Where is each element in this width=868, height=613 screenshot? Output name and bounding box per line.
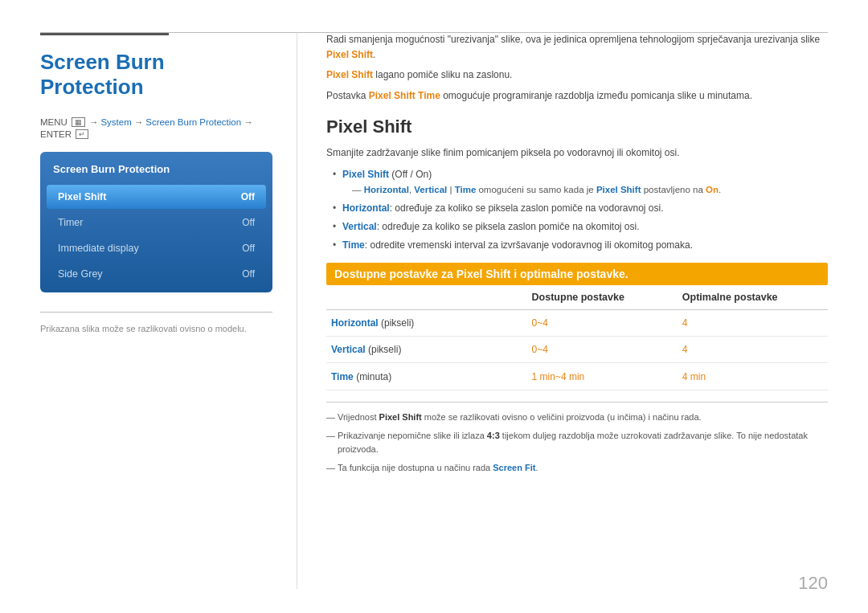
table-cell-label-2: Vertical (pikseli): [326, 337, 527, 363]
table-cell-opt-1: 4: [682, 317, 688, 329]
table-cell-optimalne-3: 4 min: [678, 363, 828, 390]
table-cell-optimalne-1: 4: [678, 310, 828, 337]
table-cell-dostupne-3: 1 min~4 min: [527, 363, 678, 390]
highlight-section-title: Dostupne postavke za Pixel Shift i optim…: [326, 263, 828, 285]
bullet-sub-horizontal: Horizontal: [364, 185, 409, 194]
left-footnote: Prikazana slika može se razlikovati ovis…: [40, 324, 272, 333]
bullet-sub-vertical: Vertical: [414, 185, 447, 194]
table-header-0: [326, 285, 527, 310]
table-cell-dostupne-2: 0~4: [527, 337, 678, 363]
nav-screen-burn: Screen Burn Protection: [145, 117, 241, 127]
menu-item-pixel-shift[interactable]: Pixel Shift Off: [47, 185, 266, 209]
left-divider: [40, 312, 272, 313]
menu-item-value: Off: [241, 191, 255, 202]
nav-arrow-3: →: [244, 117, 253, 127]
menu-box-title: Screen Burn Protection: [40, 160, 272, 183]
enter-icon: ↵: [76, 129, 88, 139]
page-container: Screen Burn Protection MENU ▦ → System →…: [0, 0, 868, 613]
menu-item-value: Off: [242, 243, 255, 254]
note-hl-1: Pixel Shift: [379, 412, 422, 422]
bullet-hl-2: Horizontal: [342, 202, 390, 214]
bullet-hl-4: Time: [342, 239, 365, 251]
bullet-sub-pixelshift: Pixel Shift: [596, 185, 641, 194]
bullet-item-3: Vertical: određuje za koliko se piksela …: [333, 219, 828, 235]
bullet-hl-3: Vertical: [342, 221, 377, 232]
menu-item-side-grey[interactable]: Side Grey Off: [47, 262, 266, 286]
table-cell-hl-3: Time: [331, 371, 354, 382]
right-panel: Radi smanjenja mogućnosti "urezivanja" s…: [297, 32, 828, 589]
bullet-list: Pixel Shift (Off / On) ― Horizontal, Ver…: [333, 167, 828, 253]
page-number: 120: [798, 573, 828, 594]
menu-item-label: Side Grey: [58, 268, 103, 280]
intro-hl-3: Pixel Shift Time: [369, 90, 440, 101]
note-hl-2: 4:3: [487, 431, 500, 440]
table-cell-opt-3: 4 min: [682, 371, 706, 382]
table-cell-optimalne-2: 4: [678, 337, 828, 363]
bullet-sub-1: ― Horizontal, Vertical | Time omogućeni …: [342, 182, 828, 197]
menu-item-label: Pixel Shift: [58, 191, 106, 202]
bullet-hl-1: Pixel Shift: [342, 169, 389, 180]
table-cell-val-3: 1 min~4 min: [532, 371, 585, 382]
left-panel: Screen Burn Protection MENU ▦ → System →…: [40, 32, 297, 589]
table-cell-val-2: 0~4: [532, 344, 548, 355]
nav-system: System: [100, 117, 131, 127]
data-table: Dostupne postavke Optimalne postavke Hor…: [326, 285, 828, 390]
table-cell-dostupne-1: 0~4: [527, 310, 678, 337]
table-cell-label-1: Horizontal (pikseli): [326, 310, 527, 337]
intro-hl-1: Pixel Shift: [326, 49, 373, 60]
menu-box: Screen Burn Protection Pixel Shift Off T…: [40, 152, 272, 292]
menu-label: MENU: [40, 117, 68, 127]
note-hl-blue-1: Screen Fit: [493, 463, 535, 472]
table-cell-opt-2: 4: [682, 344, 688, 355]
table-header-optimalne: Optimalne postavke: [678, 285, 828, 310]
nav-arrow-2: →: [134, 117, 144, 127]
menu-item-label: Timer: [58, 217, 83, 228]
section-desc: Smanjite zadržavanje slike finim pomican…: [326, 145, 828, 161]
menu-item-timer[interactable]: Timer Off: [47, 210, 266, 235]
menu-nav: MENU ▦ → System → Screen Burn Protection…: [40, 117, 272, 139]
intro-line-1: Radi smanjenja mogućnosti "urezivanja" s…: [326, 32, 828, 63]
bottom-note-1: Vrijednost Pixel Shift može se razlikova…: [326, 411, 828, 425]
table-header-dostupne: Dostupne postavke: [527, 285, 678, 310]
menu-item-value: Off: [242, 217, 255, 228]
section-title: Pixel Shift: [326, 116, 828, 137]
nav-arrow-1: →: [89, 117, 99, 127]
menu-item-immediate-display[interactable]: Immediate display Off: [47, 236, 266, 260]
bullet-item-2: Horizontal: određuje za koliko se piksel…: [333, 201, 828, 216]
bottom-notes: Vrijednost Pixel Shift može se razlikova…: [326, 402, 828, 475]
menu-item-label: Immediate display: [58, 243, 139, 254]
bottom-note-2: Prikazivanje nepomične slike ili izlaza …: [326, 429, 828, 457]
bullet-sub-on: On: [706, 185, 719, 194]
bullet-item-1: Pixel Shift (Off / On) ― Horizontal, Ver…: [333, 167, 828, 198]
top-rule: [40, 32, 828, 33]
table-cell-label-3: Time (minuta): [326, 363, 527, 390]
bottom-note-3: Ta funkcija nije dostupna u načinu rada …: [326, 461, 828, 476]
table-cell-val-1: 0~4: [532, 317, 548, 329]
table-row: Horizontal (pikseli) 0~4 4: [326, 310, 828, 337]
intro-line-2: Pixel Shift lagano pomiče sliku na zaslo…: [326, 67, 828, 83]
bullet-item-4: Time: odredite vremenski interval za izv…: [333, 238, 828, 253]
intro-line-3: Postavka Pixel Shift Time omogućuje prog…: [326, 88, 828, 104]
page-title: Screen Burn Protection: [40, 50, 272, 100]
menu-icon: ▦: [72, 117, 85, 127]
table-row: Time (minuta) 1 min~4 min 4 min: [326, 363, 828, 390]
nav-enter-label: ENTER: [40, 129, 72, 139]
intro-hl-2: Pixel Shift: [326, 69, 373, 80]
bullet-sub-time: Time: [455, 185, 477, 194]
table-cell-hl-1: Horizontal: [331, 317, 379, 329]
menu-item-value: Off: [242, 268, 255, 280]
table-cell-hl-2: Vertical: [331, 344, 366, 355]
table-row: Vertical (pikseli) 0~4 4: [326, 337, 828, 363]
